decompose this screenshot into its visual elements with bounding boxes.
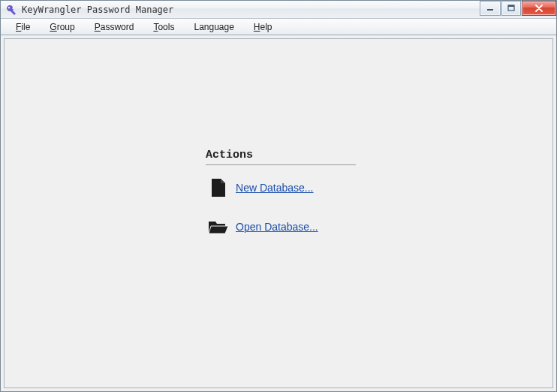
- close-button[interactable]: [522, 1, 556, 16]
- svg-rect-2: [508, 5, 514, 7]
- folder-icon: [206, 216, 231, 237]
- new-database-label: New Database...: [236, 182, 314, 194]
- window-controls: [479, 1, 556, 16]
- actions-header: Actions: [206, 149, 356, 165]
- titlebar: KeyWrangler Password Manager: [1, 1, 556, 19]
- new-database-action[interactable]: New Database...: [206, 177, 356, 198]
- menubar: File Group Password Tools Language Help: [1, 19, 556, 35]
- svg-rect-0: [487, 9, 493, 11]
- app-window: KeyWrangler Password Manager File Group …: [0, 0, 557, 392]
- open-database-action[interactable]: Open Database...: [206, 216, 356, 237]
- menu-password[interactable]: Password: [88, 20, 141, 34]
- menu-language[interactable]: Language: [187, 20, 240, 34]
- app-icon: [5, 4, 17, 16]
- file-icon: [206, 177, 231, 198]
- open-database-label: Open Database...: [236, 221, 318, 233]
- window-title: KeyWrangler Password Manager: [22, 5, 173, 15]
- minimize-button[interactable]: [480, 1, 501, 16]
- menu-file[interactable]: File: [9, 20, 37, 34]
- actions-panel: Actions New Database... Open: [206, 149, 356, 255]
- maximize-button[interactable]: [501, 1, 521, 16]
- menu-help[interactable]: Help: [247, 20, 279, 34]
- content-area: Actions New Database... Open: [4, 38, 553, 388]
- menu-tools[interactable]: Tools: [146, 20, 181, 34]
- menu-group[interactable]: Group: [43, 20, 81, 34]
